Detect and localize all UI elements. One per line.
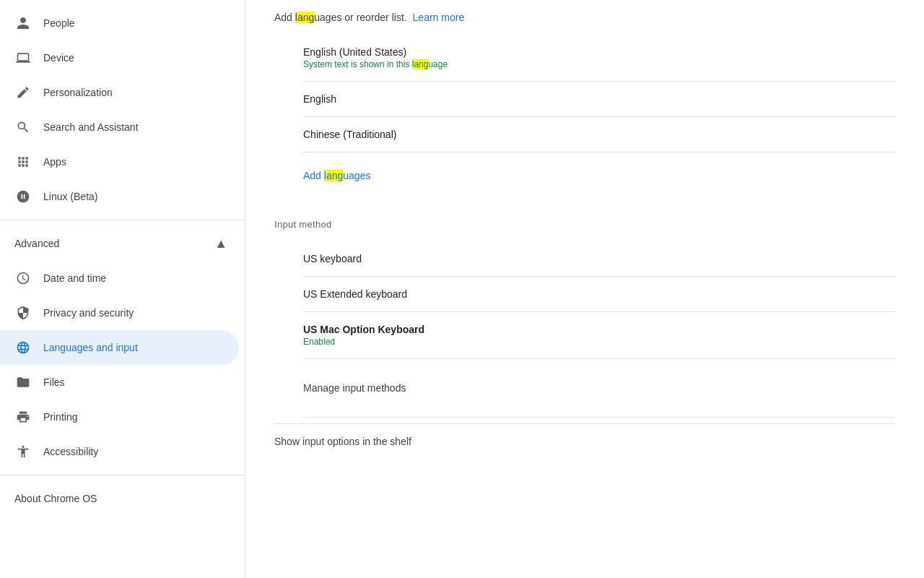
learn-more-link[interactable]: Learn more xyxy=(413,12,465,23)
chevron-up-icon: ▲ xyxy=(214,236,227,251)
sidebar-item-printing[interactable]: Printing xyxy=(0,400,239,434)
sidebar-item-personalization[interactable]: Personalization xyxy=(0,75,239,110)
sidebar-item-files-label: Files xyxy=(43,376,65,388)
highlight-lang-intro: lang xyxy=(295,12,314,23)
sidebar-item-personalization-label: Personalization xyxy=(43,87,113,98)
accessibility-icon xyxy=(14,443,32,460)
input-method-list: US keyboard US Extended keyboard US Mac … xyxy=(274,241,895,418)
sidebar-item-datetime-label: Date and time xyxy=(43,272,106,284)
language-name-english-us: English (United States) xyxy=(303,46,895,58)
sidebar-item-languages[interactable]: Languages and input xyxy=(0,330,239,365)
sidebar-item-printing-label: Printing xyxy=(43,411,77,423)
search-icon xyxy=(14,118,32,136)
globe-icon xyxy=(14,339,32,356)
show-input-label: Show input options in the shelf xyxy=(274,436,411,447)
sidebar-item-people-label: People xyxy=(43,17,75,29)
sidebar: People Device Personalization Search and… xyxy=(0,0,245,578)
laptop-icon xyxy=(14,49,32,66)
sidebar-item-linux[interactable]: Linux (Beta) xyxy=(0,179,239,214)
sidebar-item-languages-label: Languages and input xyxy=(43,342,138,353)
terminal-icon xyxy=(14,188,32,205)
print-icon xyxy=(14,408,32,426)
sidebar-item-privacy-label: Privacy and security xyxy=(43,307,134,319)
sidebar-item-about[interactable]: About Chrome OS xyxy=(0,481,245,516)
sidebar-item-apps[interactable]: Apps xyxy=(0,144,239,179)
languages-list: English (United States) System text is s… xyxy=(274,35,895,204)
sidebar-item-device-label: Device xyxy=(43,52,74,64)
about-label: About Chrome OS xyxy=(14,493,97,504)
keyboard-name-us-extended: US Extended keyboard xyxy=(303,288,895,300)
clock-icon xyxy=(14,269,32,287)
keyboard-name-us: US keyboard xyxy=(303,253,895,264)
sidebar-item-files[interactable]: Files xyxy=(0,365,239,400)
sidebar-item-accessibility-label: Accessibility xyxy=(43,446,98,457)
folder-icon xyxy=(14,374,32,391)
advanced-label: Advanced xyxy=(14,238,59,249)
language-subtitle-english-us: System text is shown in this language xyxy=(303,59,895,69)
sidebar-divider-2 xyxy=(0,475,245,475)
keyboard-entry-us[interactable]: US keyboard xyxy=(303,241,895,277)
sidebar-divider xyxy=(0,220,245,220)
highlight-lang-add: lang xyxy=(324,170,343,181)
keyboard-entry-us-extended[interactable]: US Extended keyboard xyxy=(303,277,895,312)
add-languages-link[interactable]: Add languages xyxy=(303,158,370,193)
keyboard-status-us-mac: Enabled xyxy=(303,337,895,347)
sidebar-item-accessibility[interactable]: Accessibility xyxy=(0,434,239,469)
sidebar-item-search[interactable]: Search and Assistant xyxy=(0,110,239,144)
language-entry-english[interactable]: English xyxy=(303,82,895,117)
sidebar-item-search-label: Search and Assistant xyxy=(43,121,139,133)
add-languages-container: Add languages xyxy=(303,152,895,204)
sidebar-item-linux-label: Linux (Beta) xyxy=(43,191,97,202)
main-content: Add languages or reorder list. Learn mor… xyxy=(245,0,924,578)
edit-icon xyxy=(14,84,32,101)
keyboard-entry-us-mac[interactable]: US Mac Option Keyboard Enabled xyxy=(303,312,895,359)
shield-icon xyxy=(14,304,32,322)
sidebar-item-privacy[interactable]: Privacy and security xyxy=(0,296,239,330)
language-name-english: English xyxy=(303,93,895,105)
sidebar-item-datetime[interactable]: Date and time xyxy=(0,261,239,296)
language-entry-chinese[interactable]: Chinese (Traditional) xyxy=(303,117,895,152)
apps-icon xyxy=(14,153,32,171)
highlight-lang-subtitle: lang xyxy=(412,59,429,69)
sidebar-item-apps-label: Apps xyxy=(43,156,66,168)
language-name-chinese: Chinese (Traditional) xyxy=(303,129,895,140)
language-entry-english-us[interactable]: English (United States) System text is s… xyxy=(303,35,895,82)
keyboard-name-us-mac: US Mac Option Keyboard xyxy=(303,324,895,335)
person-icon xyxy=(14,14,32,32)
show-input-section: Show input options in the shelf xyxy=(274,423,895,459)
input-method-title: Input method xyxy=(274,204,895,236)
sidebar-item-device[interactable]: Device xyxy=(0,40,239,75)
intro-text: Add languages or reorder list. Learn mor… xyxy=(274,0,895,29)
manage-input-methods[interactable]: Manage input methods xyxy=(303,359,895,418)
manage-input-label: Manage input methods xyxy=(303,371,895,405)
intro-add-text: Add languages or reorder list. xyxy=(274,12,410,23)
sidebar-item-people[interactable]: People xyxy=(0,6,239,40)
advanced-section-header[interactable]: Advanced ▲ xyxy=(0,226,239,261)
